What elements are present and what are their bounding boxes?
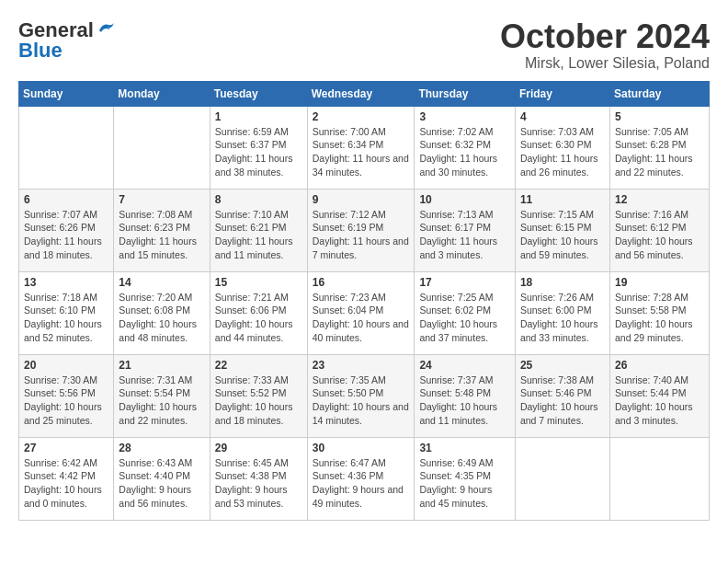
day-number: 20: [24, 359, 108, 372]
day-info: Sunrise: 7:15 AMSunset: 6:15 PMDaylight:…: [520, 208, 605, 262]
day-number: 23: [313, 359, 410, 372]
day-info: Sunrise: 7:08 AMSunset: 6:23 PMDaylight:…: [119, 208, 204, 262]
day-info: Sunrise: 7:00 AMSunset: 6:34 PMDaylight:…: [313, 125, 410, 179]
location-subtitle: Mirsk, Lower Silesia, Poland: [500, 55, 710, 72]
calendar-cell: 10Sunrise: 7:13 AMSunset: 6:17 PMDayligh…: [415, 189, 516, 271]
calendar-week-row: 20Sunrise: 7:30 AMSunset: 5:56 PMDayligh…: [19, 354, 710, 437]
calendar-cell: 15Sunrise: 7:21 AMSunset: 6:06 PMDayligh…: [210, 271, 307, 354]
day-info: Sunrise: 7:38 AMSunset: 5:46 PMDaylight:…: [520, 373, 605, 428]
calendar-cell: 8Sunrise: 7:10 AMSunset: 6:21 PMDaylight…: [210, 189, 307, 271]
calendar-table: SundayMondayTuesdayWednesdayThursdayFrid…: [18, 81, 710, 521]
day-number: 3: [419, 110, 510, 123]
calendar-cell: 28Sunrise: 6:43 AMSunset: 4:40 PMDayligh…: [114, 437, 210, 520]
calendar-cell: 23Sunrise: 7:35 AMSunset: 5:50 PMDayligh…: [307, 354, 415, 437]
calendar-cell: 12Sunrise: 7:16 AMSunset: 6:12 PMDayligh…: [609, 189, 709, 271]
day-number: 28: [119, 442, 204, 454]
calendar-cell: 9Sunrise: 7:12 AMSunset: 6:19 PMDaylight…: [307, 189, 415, 271]
logo-bird-icon: [96, 21, 116, 40]
calendar-week-row: 13Sunrise: 7:18 AMSunset: 6:10 PMDayligh…: [19, 271, 710, 354]
day-info: Sunrise: 6:43 AMSunset: 4:40 PMDaylight:…: [119, 456, 204, 511]
calendar-cell: 20Sunrise: 7:30 AMSunset: 5:56 PMDayligh…: [19, 354, 114, 437]
calendar-week-row: 6Sunrise: 7:07 AMSunset: 6:26 PMDaylight…: [19, 189, 710, 271]
calendar-cell: 25Sunrise: 7:38 AMSunset: 5:46 PMDayligh…: [515, 354, 609, 437]
weekday-header: Sunday: [19, 81, 114, 106]
day-number: 6: [24, 193, 108, 206]
day-number: 8: [215, 193, 302, 206]
day-number: 30: [313, 442, 410, 454]
day-number: 5: [615, 110, 704, 123]
calendar-cell: [609, 437, 709, 520]
weekday-header: Monday: [114, 81, 210, 106]
day-number: 9: [313, 193, 410, 206]
day-number: 26: [615, 359, 704, 372]
calendar-cell: 1Sunrise: 6:59 AMSunset: 6:37 PMDaylight…: [210, 106, 307, 189]
day-number: 18: [520, 276, 605, 289]
calendar-week-row: 27Sunrise: 6:42 AMSunset: 4:42 PMDayligh…: [19, 437, 710, 520]
day-info: Sunrise: 6:49 AMSunset: 4:35 PMDaylight:…: [419, 456, 510, 511]
day-info: Sunrise: 7:20 AMSunset: 6:08 PMDaylight:…: [119, 291, 204, 345]
calendar-cell: 3Sunrise: 7:02 AMSunset: 6:32 PMDaylight…: [415, 106, 516, 189]
day-number: 29: [215, 442, 302, 454]
day-number: 13: [24, 276, 108, 289]
day-info: Sunrise: 7:12 AMSunset: 6:19 PMDaylight:…: [313, 208, 410, 262]
calendar-cell: 31Sunrise: 6:49 AMSunset: 4:35 PMDayligh…: [415, 437, 516, 520]
calendar-cell: 13Sunrise: 7:18 AMSunset: 6:10 PMDayligh…: [19, 271, 114, 354]
calendar-cell: [114, 106, 210, 189]
calendar-cell: 27Sunrise: 6:42 AMSunset: 4:42 PMDayligh…: [19, 437, 114, 520]
day-number: 10: [419, 193, 510, 206]
calendar-cell: 29Sunrise: 6:45 AMSunset: 4:38 PMDayligh…: [210, 437, 307, 520]
calendar-cell: [19, 106, 114, 189]
calendar-cell: 14Sunrise: 7:20 AMSunset: 6:08 PMDayligh…: [114, 271, 210, 354]
day-number: 15: [215, 276, 302, 289]
calendar-cell: 21Sunrise: 7:31 AMSunset: 5:54 PMDayligh…: [114, 354, 210, 437]
day-info: Sunrise: 7:05 AMSunset: 6:28 PMDaylight:…: [615, 125, 704, 179]
day-info: Sunrise: 7:40 AMSunset: 5:44 PMDaylight:…: [615, 373, 704, 428]
day-number: 4: [520, 110, 605, 123]
month-title: October 2024: [500, 18, 710, 55]
day-info: Sunrise: 7:28 AMSunset: 5:58 PMDaylight:…: [615, 291, 704, 345]
day-number: 7: [119, 193, 204, 206]
day-number: 14: [119, 276, 204, 289]
calendar-cell: 22Sunrise: 7:33 AMSunset: 5:52 PMDayligh…: [210, 354, 307, 437]
weekday-header: Saturday: [609, 81, 709, 106]
day-info: Sunrise: 7:31 AMSunset: 5:54 PMDaylight:…: [119, 373, 204, 428]
day-info: Sunrise: 7:35 AMSunset: 5:50 PMDaylight:…: [313, 373, 410, 428]
day-number: 25: [520, 359, 605, 372]
day-info: Sunrise: 7:18 AMSunset: 6:10 PMDaylight:…: [24, 291, 108, 345]
calendar-header-row: SundayMondayTuesdayWednesdayThursdayFrid…: [19, 81, 710, 106]
day-number: 27: [24, 442, 108, 454]
day-number: 21: [119, 359, 204, 372]
day-number: 16: [313, 276, 410, 289]
day-info: Sunrise: 6:45 AMSunset: 4:38 PMDaylight:…: [215, 456, 302, 511]
calendar-cell: 24Sunrise: 7:37 AMSunset: 5:48 PMDayligh…: [415, 354, 516, 437]
weekday-header: Thursday: [415, 81, 516, 106]
calendar-week-row: 1Sunrise: 6:59 AMSunset: 6:37 PMDaylight…: [19, 106, 710, 189]
calendar-cell: 16Sunrise: 7:23 AMSunset: 6:04 PMDayligh…: [307, 271, 415, 354]
calendar-cell: 18Sunrise: 7:26 AMSunset: 6:00 PMDayligh…: [515, 271, 609, 354]
day-info: Sunrise: 7:25 AMSunset: 6:02 PMDaylight:…: [419, 291, 510, 345]
calendar-cell: 11Sunrise: 7:15 AMSunset: 6:15 PMDayligh…: [515, 189, 609, 271]
day-info: Sunrise: 7:03 AMSunset: 6:30 PMDaylight:…: [520, 125, 605, 179]
day-number: 11: [520, 193, 605, 206]
day-info: Sunrise: 7:26 AMSunset: 6:00 PMDaylight:…: [520, 291, 605, 345]
day-number: 1: [215, 110, 302, 123]
day-info: Sunrise: 7:21 AMSunset: 6:06 PMDaylight:…: [215, 291, 302, 345]
day-number: 12: [615, 193, 704, 206]
calendar-cell: 17Sunrise: 7:25 AMSunset: 6:02 PMDayligh…: [415, 271, 516, 354]
weekday-header: Friday: [515, 81, 609, 106]
weekday-header: Tuesday: [210, 81, 307, 106]
calendar-cell: 6Sunrise: 7:07 AMSunset: 6:26 PMDaylight…: [19, 189, 114, 271]
day-info: Sunrise: 6:47 AMSunset: 4:36 PMDaylight:…: [313, 456, 410, 511]
calendar-cell: 2Sunrise: 7:00 AMSunset: 6:34 PMDaylight…: [307, 106, 415, 189]
day-info: Sunrise: 7:10 AMSunset: 6:21 PMDaylight:…: [215, 208, 302, 262]
day-info: Sunrise: 6:42 AMSunset: 4:42 PMDaylight:…: [24, 456, 108, 511]
weekday-header: Wednesday: [307, 81, 415, 106]
day-info: Sunrise: 7:02 AMSunset: 6:32 PMDaylight:…: [419, 125, 510, 179]
day-number: 2: [313, 110, 410, 123]
day-info: Sunrise: 7:07 AMSunset: 6:26 PMDaylight:…: [24, 208, 108, 262]
calendar-cell: 30Sunrise: 6:47 AMSunset: 4:36 PMDayligh…: [307, 437, 415, 520]
page-header: General Blue October 2024 Mirsk, Lower S…: [18, 18, 710, 72]
day-number: 17: [419, 276, 510, 289]
day-info: Sunrise: 7:16 AMSunset: 6:12 PMDaylight:…: [615, 208, 704, 262]
logo-blue: Blue: [18, 39, 63, 63]
